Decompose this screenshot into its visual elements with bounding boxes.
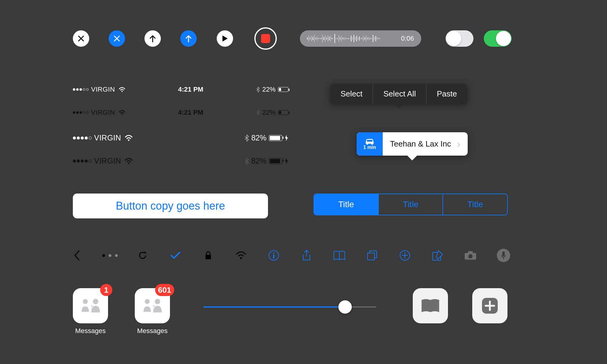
wifi-icon <box>119 87 125 92</box>
svg-point-20 <box>83 299 88 304</box>
people-icon: + <box>141 297 164 314</box>
battery-pct: 22% <box>262 109 276 116</box>
lock-icon[interactable] <box>202 249 215 262</box>
svg-point-10 <box>273 252 274 254</box>
callout-title: Teehan & Lax Inc <box>390 139 451 149</box>
signal-icon <box>73 160 92 163</box>
battery-icon <box>278 87 288 92</box>
svg-point-0 <box>121 91 123 92</box>
bluetooth-icon <box>245 134 249 142</box>
map-callout[interactable]: 1 min Teehan & Lax Inc › <box>357 132 468 156</box>
arrow-up-icon <box>185 35 192 42</box>
segment-0[interactable]: Title <box>314 194 379 215</box>
record-icon <box>261 34 270 43</box>
car-icon <box>364 138 375 145</box>
waveform-duration: 0:06 <box>401 35 414 42</box>
segment-2[interactable]: Title <box>443 194 507 215</box>
primary-button[interactable]: Button copy goes here <box>73 194 268 218</box>
callout-leading: 1 min <box>357 132 383 156</box>
dock-icon-book[interactable] <box>413 288 448 323</box>
edit-menu-paste[interactable]: Paste <box>426 84 467 104</box>
checkmark-icon[interactable] <box>169 249 182 262</box>
tabs-icon[interactable] <box>366 249 378 262</box>
bluetooth-icon <box>256 86 260 93</box>
bluetooth-icon <box>256 110 260 116</box>
close-button-blue[interactable] <box>109 30 125 47</box>
edit-menu-select-all[interactable]: Select All <box>373 84 426 104</box>
slider-fill <box>203 306 345 308</box>
toggle-off[interactable] <box>446 30 473 47</box>
battery-icon <box>278 110 288 115</box>
segmented-control: Title Title Title <box>314 194 508 215</box>
wifi-icon <box>119 110 125 115</box>
status-bar-dark-small: VIRGIN 4:21 PM 22% <box>73 109 288 116</box>
segment-1[interactable]: Title <box>379 194 443 215</box>
camera-icon[interactable] <box>464 249 477 262</box>
carrier-label: VIRGIN <box>91 86 115 93</box>
upload-button-blue[interactable] <box>180 30 197 47</box>
svg-point-1 <box>121 114 123 115</box>
share-icon[interactable] <box>300 249 313 262</box>
arrow-up-icon <box>149 35 156 42</box>
back-icon[interactable] <box>71 249 83 262</box>
notification-badge: 601 <box>155 284 174 296</box>
svg-rect-7 <box>205 255 211 259</box>
info-icon[interactable] <box>267 249 280 262</box>
close-button-white[interactable] <box>73 30 89 47</box>
toggle-knob <box>446 31 461 46</box>
edit-menu-popover: Select Select All Paste <box>330 84 467 104</box>
carrier-label: VIRGIN <box>94 157 121 165</box>
record-button[interactable] <box>254 27 277 50</box>
dock-icon-add[interactable] <box>472 288 507 323</box>
signal-icon <box>73 136 92 140</box>
waveform-bars <box>307 34 398 43</box>
toggle-knob <box>496 31 511 46</box>
status-bar-light-big: VIRGIN 82% <box>73 133 288 142</box>
toggle-on[interactable] <box>484 30 512 47</box>
close-icon <box>77 35 85 42</box>
app-label: Messages <box>73 327 108 335</box>
svg-point-2 <box>128 139 130 141</box>
edit-menu-select[interactable]: Select <box>330 84 373 104</box>
carrier-label: VIRGIN <box>94 133 121 142</box>
compose-icon[interactable] <box>431 249 444 262</box>
wifi-icon[interactable] <box>235 249 247 262</box>
microphone-icon[interactable] <box>497 249 510 262</box>
svg-rect-19 <box>502 251 505 256</box>
add-circle-icon[interactable] <box>398 249 411 262</box>
slider[interactable] <box>203 306 376 308</box>
charging-icon <box>285 158 288 164</box>
signal-icon <box>73 111 89 114</box>
battery-pct: 22% <box>262 86 276 93</box>
play-button[interactable] <box>217 30 233 47</box>
svg-rect-13 <box>368 253 375 260</box>
svg-rect-17 <box>468 251 473 254</box>
app-icon-messages-2[interactable]: + 601 <box>135 288 170 323</box>
audio-waveform[interactable]: 0:06 <box>300 30 421 47</box>
refresh-icon[interactable] <box>136 249 149 262</box>
close-icon <box>113 35 120 42</box>
app-icon-messages-1[interactable]: + 1 <box>73 288 108 323</box>
battery-pct: 82% <box>251 133 266 142</box>
notification-badge: 1 <box>100 284 112 296</box>
slider-thumb[interactable] <box>338 300 352 314</box>
upload-button-white[interactable] <box>144 30 161 47</box>
svg-point-18 <box>468 254 473 258</box>
battery-icon <box>269 158 282 164</box>
charging-icon <box>285 135 288 141</box>
svg-point-3 <box>128 162 130 164</box>
book-icon[interactable] <box>333 249 346 262</box>
primary-button-label: Button copy goes here <box>116 200 225 212</box>
page-indicator <box>103 249 116 262</box>
wifi-icon <box>125 158 133 164</box>
play-icon <box>222 35 228 42</box>
app-label: Messages <box>135 327 170 335</box>
bluetooth-icon <box>245 157 249 165</box>
svg-point-23 <box>145 299 150 304</box>
chevron-right-icon: › <box>457 138 460 150</box>
signal-icon <box>73 88 89 91</box>
carrier-label: VIRGIN <box>91 109 115 116</box>
svg-point-21 <box>93 299 98 304</box>
status-bar-light-small: VIRGIN 4:21 PM 22% <box>73 86 288 93</box>
svg-text:+: + <box>152 303 155 308</box>
